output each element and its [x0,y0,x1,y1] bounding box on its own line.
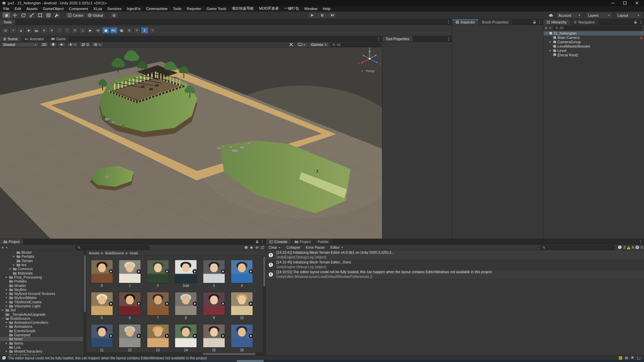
terrain-tool-button-5[interactable]: ≡ [41,27,48,34]
asset-thumbnail-11[interactable]: 11 [88,324,116,352]
terrain-tool-button-19[interactable]: ? [149,27,156,34]
expand-arrow-icon[interactable]: ▼ [1,317,4,319]
error-count-icon[interactable] [635,245,639,249]
folder-item-modelweapons[interactable]: ModelWeapons [0,353,86,355]
terrain-tool-button-2[interactable]: ▲ [17,27,24,34]
portrait-image[interactable] [91,292,113,315]
lock-icon[interactable] [533,20,536,24]
expand-arrow-icon[interactable]: ▶ [12,263,15,266]
pivot-toggle-button[interactable]: Center [65,12,86,18]
tab-console-console[interactable]: Console [266,239,291,244]
menu-item-4[interactable]: Component [66,6,91,11]
expand-subassets-icon[interactable] [220,301,225,306]
hierarchy-item-levelmasterbooster[interactable]: LevelMasterBooster [543,44,644,49]
pause-button[interactable] [317,12,327,18]
portrait-image[interactable] [147,260,169,283]
folder-item-animationcontrollers[interactable]: ▶AnimationControllers [0,320,86,324]
menu-item-8[interactable]: Cinemachine [143,6,170,11]
portrait-image[interactable] [91,324,113,348]
scale-tool-button[interactable] [27,12,36,18]
expand-arrow-icon[interactable]: ▶ [5,301,8,303]
auto-lighting-icon[interactable] [619,356,623,360]
folder-item-prefabs[interactable]: Prefabs [0,279,86,283]
terrain-tool-button-4[interactable]: ▬ [33,27,40,34]
menu-item-15[interactable]: Window [302,6,320,11]
play-button[interactable] [307,12,317,18]
expand-arrow-icon[interactable]: ▶ [5,321,8,324]
terrain-tool-button-14[interactable]: RC [110,27,117,34]
menu-item-11[interactable]: Game Tools [204,6,229,11]
console-menu-icon[interactable] [639,240,642,243]
maximize-button[interactable] [623,1,627,5]
expand-arrow-icon[interactable]: ▶ [5,325,8,328]
background-activity-icon[interactable] [637,356,641,360]
hierarchy-item-level[interactable]: ▶Level [543,49,644,53]
asset-thumbnail-5[interactable]: 5 [88,292,116,320]
tab-console-palette[interactable]: Palette [314,239,332,244]
folder-item-post-processing[interactable]: ▶Post_Processing [0,275,86,279]
notifications-icon[interactable] [631,356,634,360]
expand-subassets-icon[interactable] [164,301,169,306]
portrait-image[interactable] [175,292,197,315]
menu-item-3[interactable]: GameObject [40,6,66,11]
expand-subassets-icon[interactable] [164,333,169,339]
portrait-image[interactable] [119,292,141,315]
menu-item-14[interactable]: 一键打包 [281,6,302,11]
hierarchy-item-main-camera[interactable]: Main Camera [543,36,644,40]
expand-arrow-icon[interactable]: ▶ [9,267,12,270]
asset-thumbnail-13[interactable]: 13 [144,324,172,352]
terrain-tool-button-3[interactable]: ■ [25,27,32,34]
scene-effects-dropdown[interactable]: ▼ [67,42,78,47]
shading-mode-dropdown[interactable]: Shaded▼ [1,42,39,47]
folder-item-animations[interactable]: ▶Animations [0,324,86,328]
menu-item-0[interactable]: File [1,6,12,11]
hand-tool-button[interactable] [2,12,10,18]
project-tree-scrollbar[interactable] [83,250,86,355]
lock-icon[interactable] [256,240,259,243]
tab-hierarchy-hierarchy[interactable]: Hierarchy [543,19,570,25]
scene-3d-canvas[interactable]: yxz<Persp [0,48,382,239]
menu-item-5[interactable]: XLua [91,6,105,11]
expand-arrow-icon[interactable]: ▶ [5,296,8,299]
gizmos-dropdown[interactable]: Gizmos▼ [309,42,329,47]
portrait-image[interactable] [91,260,113,283]
terrain-tool-button-12[interactable]: M [95,27,102,34]
terrain-tool-button-11[interactable]: ▶ [87,27,94,34]
step-button[interactable] [327,12,337,18]
camera-settings-dropdown[interactable]: ▼ [296,42,308,47]
portrait-image[interactable] [231,292,253,315]
terrain-tool-button-10[interactable]: S [79,27,86,34]
console-log-entry-1[interactable]: [14:10:45] Initializing Mesh Terrain Edi… [266,260,644,270]
lock-icon[interactable] [634,20,637,24]
menu-item-13[interactable]: MOD开发者 [256,6,281,11]
terrain-tool-button-15[interactable]: ▦ [118,27,125,34]
scene-lighting-button[interactable] [50,42,57,47]
portrait-image[interactable] [147,292,169,315]
hierarchy-menu-icon[interactable] [639,20,642,24]
grid-settings-dropdown[interactable]: ▼ [92,42,103,47]
expand-arrow-icon[interactable]: ▶ [5,292,8,295]
folder-item-materials[interactable]: Materials [0,271,86,275]
asset-thumbnail-12[interactable]: 12 [116,324,144,352]
expand-subassets-icon[interactable] [108,269,113,274]
project-menu-icon[interactable] [261,240,264,243]
tab-scene-animator[interactable]: Animator [21,36,47,42]
menu-item-12[interactable]: 项目快速导航 [229,6,256,11]
terrain-tool-button-6[interactable]: # [48,27,55,34]
expand-subassets-icon[interactable] [136,269,141,274]
editor-dropdown[interactable]: Editor▼ [328,245,346,250]
breadcrumb-head[interactable]: head [130,251,138,255]
tab-inspector-inspector[interactable]: Inspector [452,19,478,25]
tab-hierarchy-navigation[interactable]: Navigation [570,19,598,25]
folder-item-items[interactable]: ▶Items [0,341,86,345]
asset-thumbnail-1[interactable]: 1 [116,260,144,288]
folder-item-modelcharacters[interactable]: ▶ModelCharacters [0,349,86,353]
folder-item-common[interactable]: ▶Common [0,267,86,271]
portrait-image[interactable] [203,260,225,283]
portrait-image[interactable] [231,324,253,348]
transform-tool-button[interactable] [44,12,52,18]
folder-item-lua[interactable]: Lua [0,345,86,349]
scene-tools-button[interactable] [287,42,295,47]
asset-grid-vscrollbar[interactable] [263,256,266,355]
cloud-icon[interactable] [549,14,553,17]
